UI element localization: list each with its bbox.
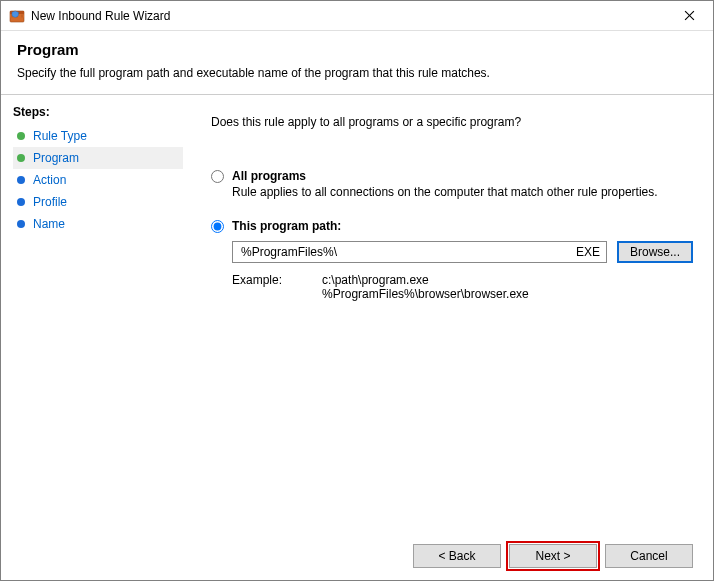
path-input-wrap: EXE [232, 241, 607, 263]
next-button[interactable]: Next > [509, 544, 597, 568]
question-text: Does this rule apply to all programs or … [211, 115, 693, 129]
step-item-action[interactable]: Action [13, 169, 183, 191]
page-description: Specify the full program path and execut… [17, 66, 697, 80]
bullet-icon [17, 198, 25, 206]
step-item-name[interactable]: Name [13, 213, 183, 235]
radio-this-path[interactable] [211, 220, 224, 233]
program-path-input[interactable] [239, 244, 570, 260]
steps-label: Steps: [13, 105, 183, 119]
all-programs-desc: Rule applies to all connections on the c… [232, 185, 693, 199]
bullet-icon [17, 220, 25, 228]
window-title: New Inbound Rule Wizard [31, 9, 669, 23]
wizard-header: Program Specify the full program path an… [1, 31, 713, 95]
back-button[interactable]: < Back [413, 544, 501, 568]
example-row: Example: c:\path\program.exe %ProgramFil… [232, 273, 693, 301]
bullet-icon [17, 132, 25, 140]
example-label: Example: [232, 273, 282, 301]
cancel-button[interactable]: Cancel [605, 544, 693, 568]
step-label: Name [33, 217, 65, 231]
step-label: Program [33, 151, 79, 165]
step-item-program[interactable]: Program [13, 147, 183, 169]
firewall-icon [9, 8, 25, 24]
step-label: Profile [33, 195, 67, 209]
step-label: Rule Type [33, 129, 87, 143]
main-panel: Does this rule apply to all programs or … [195, 95, 713, 580]
browse-button[interactable]: Browse... [617, 241, 693, 263]
close-button[interactable] [669, 2, 709, 30]
option-this-path[interactable]: This program path: [211, 219, 693, 233]
path-input-row: EXE Browse... [232, 241, 693, 263]
wizard-body: Steps: Rule TypeProgramActionProfileName… [1, 95, 713, 580]
option-all-programs[interactable]: All programs [211, 169, 693, 183]
radio-path-label: This program path: [232, 219, 341, 233]
step-label: Action [33, 173, 66, 187]
radio-all-label: All programs [232, 169, 306, 183]
titlebar: New Inbound Rule Wizard [1, 1, 713, 31]
bullet-icon [17, 154, 25, 162]
path-ext-label: EXE [576, 245, 600, 259]
radio-all-programs[interactable] [211, 170, 224, 183]
step-item-profile[interactable]: Profile [13, 191, 183, 213]
wizard-footer: < Back Next > Cancel [211, 534, 693, 568]
example-lines: c:\path\program.exe %ProgramFiles%\brows… [322, 273, 529, 301]
bullet-icon [17, 176, 25, 184]
step-item-rule-type[interactable]: Rule Type [13, 125, 183, 147]
page-title: Program [17, 41, 697, 58]
wizard-window: New Inbound Rule Wizard Program Specify … [0, 0, 714, 581]
steps-sidebar: Steps: Rule TypeProgramActionProfileName [1, 95, 195, 580]
